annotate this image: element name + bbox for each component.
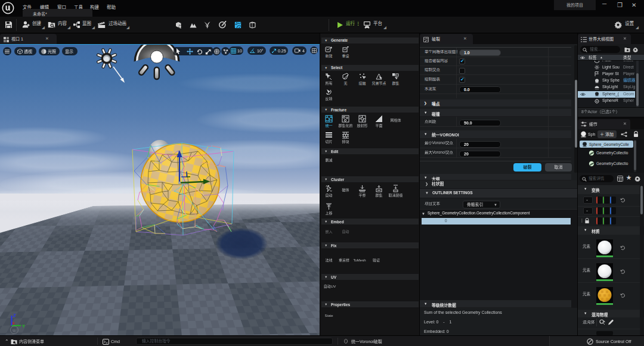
svg-text:Z: Z [13, 313, 16, 318]
svg-text:x: x [13, 320, 16, 326]
svg-text:Y: Y [22, 323, 25, 329]
svg-text:u: u [13, 328, 16, 333]
